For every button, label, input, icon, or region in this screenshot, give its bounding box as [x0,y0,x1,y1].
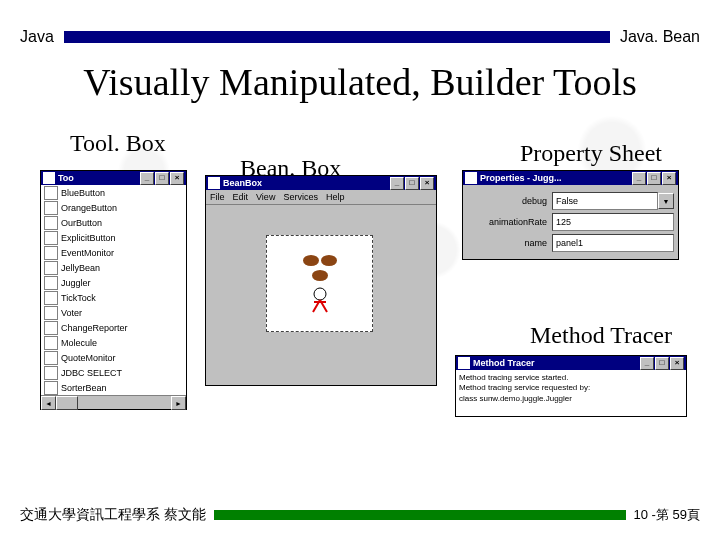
minimize-button[interactable]: _ [140,172,154,185]
tool-icon [44,216,58,230]
scroll-left-icon[interactable]: ◄ [41,396,56,410]
footer-bar: 交通大學資訊工程學系 蔡文能 10 -第 59頁 [20,506,700,524]
tool-icon [44,201,58,215]
tool-icon [44,261,58,275]
maximize-button[interactable]: □ [405,177,419,190]
properties-titlebar[interactable]: Properties - Jugg... _ □ × [463,171,678,185]
header-bar: Java Java. Bean [20,28,700,46]
tool-item[interactable]: ExplicitButton [41,230,186,245]
tool-item[interactable]: QuoteMonitor [41,350,186,365]
tool-item[interactable]: JellyBean [41,260,186,275]
menu-item[interactable]: Services [283,192,318,202]
property-field[interactable]: panel1 [552,234,674,252]
tool-item[interactable]: OrangeButton [41,200,186,215]
tool-icon [44,276,58,290]
tool-label: JellyBean [61,263,100,273]
properties-title: Properties - Jugg... [480,173,562,183]
beanbox-title: BeanBox [223,178,262,188]
tool-item[interactable]: Juggler [41,275,186,290]
tool-icon [44,351,58,365]
menu-item[interactable]: Help [326,192,345,202]
scroll-right-icon[interactable]: ► [171,396,186,410]
tool-label: OrangeButton [61,203,117,213]
java-icon [465,172,477,184]
footer-divider [214,510,626,520]
tool-icon [44,231,58,245]
tool-label: JDBC SELECT [61,368,122,378]
property-label: animationRate [467,217,552,227]
toolbox-title: Too [58,173,74,183]
property-label: name [467,238,552,248]
tool-label: TickTock [61,293,96,303]
tool-item[interactable]: BlueButton [41,185,186,200]
java-icon [43,172,55,184]
tool-label: EventMonitor [61,248,114,258]
property-row: animationRate125 [467,213,674,231]
tool-icon [44,336,58,350]
java-icon [458,357,470,369]
tracer-titlebar[interactable]: Method Tracer _ □ × [456,356,686,370]
minimize-button[interactable]: _ [390,177,404,190]
svg-point-0 [314,288,326,300]
label-method-tracer: Method Tracer [530,322,672,349]
toolbox-titlebar[interactable]: Too _ □ × [41,171,186,185]
tool-icon [44,366,58,380]
tracer-title: Method Tracer [473,358,535,368]
property-field[interactable]: 125 [552,213,674,231]
tool-label: OurButton [61,218,102,228]
label-toolbox: Tool. Box [70,130,166,157]
tool-item[interactable]: JDBC SELECT [41,365,186,380]
tool-icon [44,186,58,200]
tool-label: ChangeReporter [61,323,128,333]
scroll-thumb[interactable] [56,396,78,410]
chevron-down-icon[interactable]: ▼ [658,193,674,209]
tool-label: SorterBean [61,383,107,393]
properties-window: Properties - Jugg... _ □ × debugFalse▼an… [462,170,679,260]
property-field[interactable]: False [552,192,658,210]
close-button[interactable]: × [662,172,676,185]
tool-item[interactable]: SorterBean [41,380,186,395]
tool-item[interactable]: Voter [41,305,186,320]
tool-item[interactable]: EventMonitor [41,245,186,260]
minimize-button[interactable]: _ [632,172,646,185]
tool-item[interactable]: ChangeReporter [41,320,186,335]
juggler-bean[interactable] [266,235,373,332]
close-button[interactable]: × [670,357,684,370]
java-icon [208,177,220,189]
footer-left: 交通大學資訊工程學系 蔡文能 [20,506,206,524]
close-button[interactable]: × [170,172,184,185]
beanbox-titlebar[interactable]: BeanBox _ □ × [206,176,436,190]
scrollbar-horizontal[interactable]: ◄ ► [41,395,186,409]
log-line: class sunw.demo.juggle.Juggler [459,394,683,404]
close-button[interactable]: × [420,177,434,190]
toolbox-list: BlueButtonOrangeButtonOurButtonExplicitB… [41,185,186,395]
tool-item[interactable]: Molecule [41,335,186,350]
properties-body: debugFalse▼animationRate125namepanel1 [463,185,678,259]
menu-item[interactable]: View [256,192,275,202]
tool-label: Molecule [61,338,97,348]
tool-label: ExplicitButton [61,233,116,243]
tool-item[interactable]: TickTock [41,290,186,305]
menu-item[interactable]: File [210,192,225,202]
tool-icon [44,321,58,335]
header-divider [64,31,610,43]
maximize-button[interactable]: □ [655,357,669,370]
tracer-log: Method tracing service started.Method tr… [456,370,686,416]
minimize-button[interactable]: _ [640,357,654,370]
header-left: Java [20,28,54,46]
property-label: debug [467,196,552,206]
maximize-button[interactable]: □ [155,172,169,185]
footer-right: 10 -第 59頁 [634,506,700,524]
menu-item[interactable]: Edit [233,192,249,202]
juggler-image [285,249,355,319]
page-title: Visually Manipulated, Builder Tools [0,60,720,104]
label-propsheet: Property Sheet [520,140,662,167]
tool-icon [44,291,58,305]
tool-item[interactable]: OurButton [41,215,186,230]
beanbox-canvas[interactable] [206,205,436,385]
tool-icon [44,246,58,260]
tool-label: Voter [61,308,82,318]
maximize-button[interactable]: □ [647,172,661,185]
property-row: debugFalse▼ [467,192,674,210]
header-right: Java. Bean [620,28,700,46]
